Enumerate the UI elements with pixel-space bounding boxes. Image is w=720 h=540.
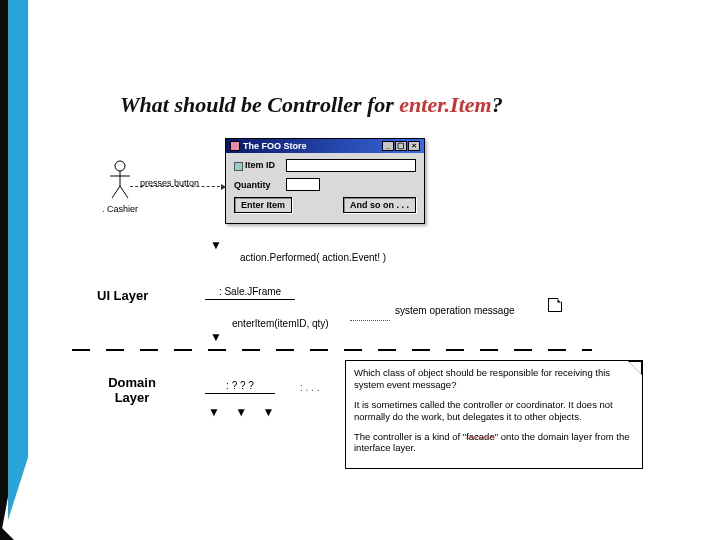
svg-line-4 — [120, 186, 128, 198]
unknown-class-box: : ? ? ? — [205, 380, 275, 394]
quantity-label: Quantity — [234, 180, 280, 190]
window-body: Item ID Quantity Enter Item And so on . … — [226, 153, 424, 223]
sale-jframe-box: : Sale.JFrame — [205, 286, 295, 300]
down-arrow-icon: ▼ — [210, 330, 222, 344]
note-paragraph-2: It is sometimes called the controller or… — [354, 399, 634, 423]
title-highlight: enter.Item — [399, 92, 491, 117]
svg-point-0 — [115, 161, 125, 171]
dotted-connector-icon — [350, 320, 390, 321]
close-button[interactable]: × — [408, 141, 420, 151]
window-title: The FOO Store — [243, 141, 307, 151]
enter-item-message: enterItem(itemID, qty) — [232, 318, 329, 329]
item-id-row: Item ID — [234, 159, 416, 172]
quantity-input[interactable] — [286, 178, 320, 191]
ui-layer-label: UI Layer — [97, 288, 148, 303]
action-performed-label: action.Performed( action.Event! ) — [240, 252, 386, 263]
colon-marker: : . . . — [300, 382, 319, 393]
note-paragraph-1: Which class of object should be responsi… — [354, 367, 634, 391]
note-corner-icon — [548, 298, 562, 312]
domain-layer-label: Domain Layer — [97, 375, 167, 405]
layer-divider — [72, 349, 592, 351]
titlebar: The FOO Store _ ▢ × — [226, 139, 424, 153]
item-id-input[interactable] — [286, 159, 416, 172]
explanation-note: Which class of object should be responsi… — [345, 360, 643, 469]
accent-blue-stripe — [8, 0, 28, 520]
item-id-label: Item ID — [234, 160, 280, 170]
title-prefix: What should be Controller for — [120, 92, 399, 117]
corner-triangle-icon — [0, 526, 14, 540]
field-icon — [234, 162, 243, 171]
slide-title: What should be Controller for enter.Item… — [120, 92, 660, 118]
quantity-row: Quantity — [234, 178, 416, 191]
maximize-button[interactable]: ▢ — [395, 141, 407, 151]
foo-store-window: The FOO Store _ ▢ × Item ID Quantity Ent… — [225, 138, 425, 224]
folded-corner-icon — [628, 361, 642, 375]
app-icon — [230, 141, 240, 151]
accent-black-stripe — [0, 0, 8, 540]
actor-label: . Cashier — [90, 204, 150, 214]
down-arrow-icon: ▼ — [210, 238, 222, 252]
title-suffix: ? — [492, 92, 503, 117]
down-arrows-group-icon: ▼ ▼ ▼ — [208, 405, 280, 419]
system-operation-message-label: system operation message — [395, 305, 515, 316]
presses-arrow-icon — [130, 186, 225, 187]
note-paragraph-3: The controller is a kind of "facade" ont… — [354, 431, 634, 455]
stick-figure-icon — [108, 160, 132, 200]
minimize-button[interactable]: _ — [382, 141, 394, 151]
and-so-on-button[interactable]: And so on . . . — [343, 197, 416, 213]
enter-item-button[interactable]: Enter Item — [234, 197, 292, 213]
svg-line-3 — [112, 186, 120, 198]
facade-word: facade — [466, 431, 495, 442]
